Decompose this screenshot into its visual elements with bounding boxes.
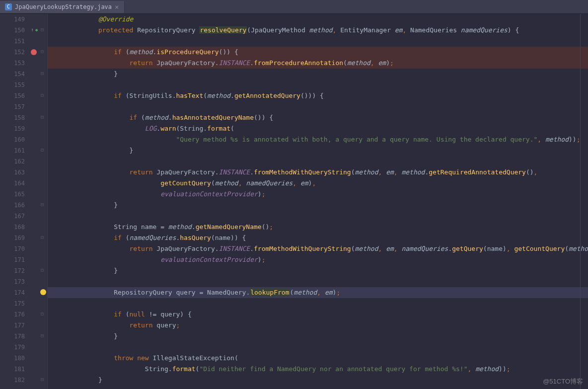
fold-cell xyxy=(39,287,47,298)
fold-toggle-icon[interactable]: ⊟ xyxy=(41,234,44,240)
intention-bulb-icon[interactable] xyxy=(40,289,46,295)
fold-toggle-icon[interactable]: ⊟ xyxy=(41,267,44,273)
code-line[interactable]: evaluationContextProvider); xyxy=(48,254,588,265)
fold-toggle-icon[interactable]: ⊟ xyxy=(41,49,44,54)
code-line[interactable]: "Query method %s is annotated with both,… xyxy=(48,134,588,145)
line-number: 149 xyxy=(0,14,29,25)
code-line[interactable]: if (method.hasAnnotatedQueryName()) { xyxy=(48,112,588,123)
fold-cell xyxy=(39,254,47,265)
code-line[interactable]: } xyxy=(48,200,588,211)
fold-cell xyxy=(39,189,47,200)
watermark: @51CTO博客 xyxy=(543,377,583,386)
fold-cell: ⊟ xyxy=(39,375,47,386)
code-line[interactable]: if (StringUtils.hasText(method.getAnnota… xyxy=(48,90,588,101)
marker-cell xyxy=(29,134,39,145)
margin-guide xyxy=(580,14,581,389)
fold-cell: ⊟ xyxy=(39,145,47,156)
line-number: 166 xyxy=(0,200,29,211)
line-number: 152 xyxy=(0,47,29,58)
close-icon[interactable]: × xyxy=(115,3,119,11)
marker-cell xyxy=(29,254,39,265)
code-line[interactable] xyxy=(48,101,588,112)
marker-cell xyxy=(29,309,39,320)
code-line[interactable]: return JpaQueryFactory.INSTANCE.fromProc… xyxy=(48,58,588,69)
fold-cell xyxy=(39,222,47,233)
code-line[interactable]: String.format("Did neither find a NamedQ… xyxy=(48,364,588,375)
marker-cell xyxy=(29,112,39,123)
line-number: 172 xyxy=(0,265,29,276)
fold-cell xyxy=(39,211,47,222)
fold-cell: ⊟ xyxy=(39,233,47,243)
fold-column: ⊟⊟⊟⊟⊟⊟⊟⊟⊟⊟⊟⊟ xyxy=(39,14,48,389)
code-line[interactable] xyxy=(48,156,588,167)
code-line[interactable]: return JpaQueryFactory.INSTANCE.fromMeth… xyxy=(48,243,588,254)
breakpoint-icon[interactable] xyxy=(31,49,37,55)
line-number: 170 xyxy=(0,243,29,254)
code-line[interactable]: } xyxy=(48,375,588,386)
code-line[interactable] xyxy=(48,342,588,353)
fold-toggle-icon[interactable]: ⊟ xyxy=(41,147,44,153)
fold-toggle-icon[interactable]: ⊟ xyxy=(41,71,44,76)
fold-toggle-icon[interactable]: ⊟ xyxy=(41,27,44,32)
code-line[interactable] xyxy=(48,79,588,90)
code-line[interactable]: evaluationContextProvider); xyxy=(48,189,588,200)
code-line[interactable]: return JpaQueryFactory.INSTANCE.fromMeth… xyxy=(48,167,588,178)
fold-toggle-icon[interactable]: ⊟ xyxy=(41,311,44,316)
line-number: 176 xyxy=(0,309,29,320)
code-line[interactable]: LOG.warn(String.format( xyxy=(48,123,588,134)
line-number: 154 xyxy=(0,69,29,79)
code-line[interactable]: getCountQuery(method, namedQueries, em), xyxy=(48,178,588,189)
code-line[interactable] xyxy=(48,298,588,309)
override-icon[interactable] xyxy=(30,27,37,34)
marker-cell xyxy=(29,189,39,200)
code-line[interactable]: } xyxy=(48,265,588,276)
fold-cell xyxy=(39,167,47,178)
code-line[interactable]: if (method.isProcedureQuery()) { xyxy=(48,47,588,58)
fold-cell xyxy=(39,243,47,254)
fold-toggle-icon[interactable]: ⊟ xyxy=(41,202,44,207)
line-number: 160 xyxy=(0,134,29,145)
code-line[interactable]: if (null != query) { xyxy=(48,309,588,320)
marker-cell xyxy=(29,233,39,243)
line-number: 153 xyxy=(0,58,29,69)
fold-cell xyxy=(39,14,47,25)
line-number: 164 xyxy=(0,178,29,189)
line-number: 165 xyxy=(0,189,29,200)
code-line[interactable]: if (namedQueries.hasQuery(name)) { xyxy=(48,233,588,243)
line-number: 174 xyxy=(0,287,29,298)
fold-toggle-icon[interactable]: ⊟ xyxy=(41,377,44,382)
line-number: 161 xyxy=(0,145,29,156)
fold-cell xyxy=(39,101,47,112)
fold-cell xyxy=(39,298,47,309)
marker-cell xyxy=(29,222,39,233)
code-line[interactable]: protected RepositoryQuery resolveQuery(J… xyxy=(48,25,588,36)
file-tab[interactable]: C JpaQueryLookupStrategy.java × xyxy=(0,1,125,13)
fold-toggle-icon[interactable]: ⊟ xyxy=(41,92,44,98)
code-line[interactable]: throw new IllegalStateException( xyxy=(48,353,588,364)
marker-cell xyxy=(29,200,39,211)
line-number: 182 xyxy=(0,375,29,386)
code-line[interactable] xyxy=(48,276,588,287)
marker-cell xyxy=(29,331,39,342)
fold-cell xyxy=(39,353,47,364)
fold-toggle-icon[interactable]: ⊟ xyxy=(41,333,44,338)
code-line[interactable]: String name = method.getNamedQueryName()… xyxy=(48,222,588,233)
line-number: 180 xyxy=(0,353,29,364)
code-line[interactable]: } xyxy=(48,145,588,156)
fold-toggle-icon[interactable]: ⊟ xyxy=(41,114,44,120)
marker-cell xyxy=(29,167,39,178)
marker-cell xyxy=(29,90,39,101)
fold-cell: ⊟ xyxy=(39,309,47,320)
code-line[interactable] xyxy=(48,36,588,47)
line-number: 159 xyxy=(0,123,29,134)
code-line[interactable]: } xyxy=(48,331,588,342)
code-area[interactable]: @Override protected RepositoryQuery reso… xyxy=(48,14,588,389)
code-line[interactable]: return query; xyxy=(48,320,588,331)
code-line[interactable]: RepositoryQuery query = NamedQuery.looku… xyxy=(48,287,588,298)
code-line[interactable]: } xyxy=(48,69,588,79)
line-number: 178 xyxy=(0,331,29,342)
marker-cell xyxy=(29,178,39,189)
code-line[interactable]: @Override xyxy=(48,14,588,25)
code-line[interactable] xyxy=(48,211,588,222)
marker-cell xyxy=(29,364,39,375)
